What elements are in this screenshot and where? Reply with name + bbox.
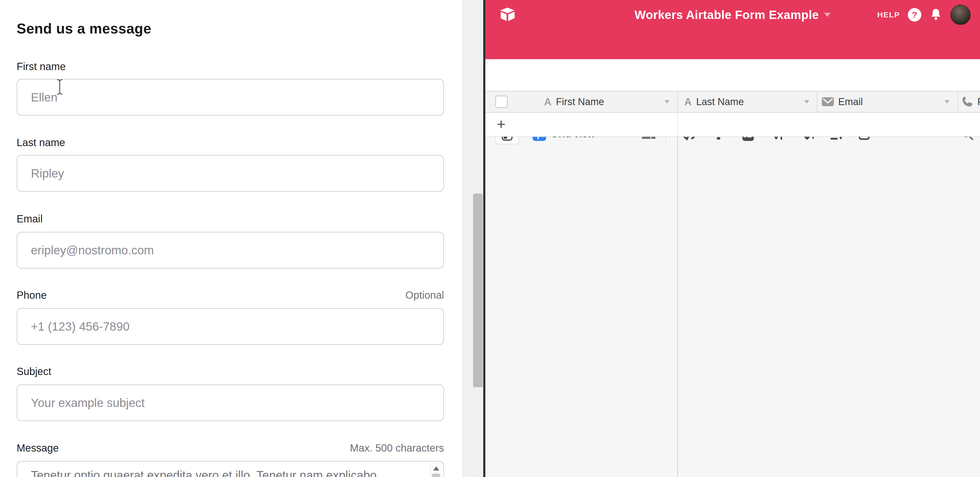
first-name-input[interactable]: Ellen bbox=[17, 79, 444, 116]
select-all-checkbox[interactable] bbox=[495, 95, 508, 108]
scroll-up-arrow-icon[interactable] bbox=[433, 466, 439, 471]
email-field-type-icon bbox=[822, 97, 834, 107]
notifications-bell-icon[interactable] bbox=[929, 8, 943, 22]
contact-form-pane: Send us a message First name Ellen Last … bbox=[0, 0, 463, 477]
frozen-column-border bbox=[677, 113, 678, 136]
user-avatar[interactable] bbox=[950, 5, 970, 25]
window-divider bbox=[483, 0, 485, 477]
column-border bbox=[817, 91, 817, 113]
email-label: Email bbox=[17, 213, 444, 225]
subject-input[interactable]: Your example subject bbox=[17, 384, 444, 421]
view-toolbar: Grid view bbox=[485, 59, 980, 91]
email-input[interactable]: eripley@nostromo.com bbox=[17, 232, 444, 269]
base-title[interactable]: Workers Airtable Form Example bbox=[635, 8, 819, 22]
phone-placeholder: +1 (123) 456-7890 bbox=[31, 320, 130, 333]
message-textarea[interactable]: Tenetur optio quaerat expedita vero et i… bbox=[17, 461, 444, 477]
subject-placeholder: Your example subject bbox=[31, 396, 145, 410]
add-record-plus-icon[interactable]: + bbox=[497, 113, 506, 135]
message-text: Tenetur optio quaerat expedita vero et i… bbox=[31, 467, 415, 477]
column-chevron-icon[interactable] bbox=[804, 100, 810, 103]
message-max-hint: Max. 500 characters bbox=[17, 442, 444, 454]
airtable-pane: Workers Airtable Form Example HELP ? For… bbox=[485, 0, 980, 477]
first-name-label: First name bbox=[17, 61, 444, 73]
phone-optional-hint: Optional bbox=[17, 289, 444, 301]
airtable-tabbar: Form Submissions SHARE bbox=[485, 30, 980, 59]
column-header-last-name[interactable]: A Last Name bbox=[684, 91, 744, 112]
column-header-phone[interactable]: Phone bbox=[962, 91, 980, 112]
subject-label: Subject bbox=[17, 366, 444, 377]
help-button[interactable]: HELP bbox=[877, 10, 900, 19]
column-chevron-icon[interactable] bbox=[944, 100, 950, 103]
last-name-input[interactable]: Ripley bbox=[17, 155, 444, 192]
last-name-label: Last name bbox=[17, 137, 444, 149]
frozen-column-divider bbox=[677, 137, 678, 477]
first-name-placeholder: Ellen bbox=[31, 90, 57, 104]
column-header-first-name[interactable]: A First Name bbox=[544, 91, 604, 112]
airtable-topbar: Workers Airtable Form Example HELP ? bbox=[485, 0, 980, 30]
email-placeholder: eripley@nostromo.com bbox=[31, 243, 154, 257]
phone-field-type-icon bbox=[962, 96, 973, 108]
form-heading: Send us a message bbox=[17, 20, 151, 37]
message-scrollbar-thumb[interactable] bbox=[432, 474, 440, 477]
form-pane-scrollbar-thumb[interactable] bbox=[473, 193, 483, 387]
last-name-placeholder: Ripley bbox=[31, 166, 64, 181]
phone-input[interactable]: +1 (123) 456-7890 bbox=[17, 308, 444, 345]
column-border bbox=[958, 91, 958, 113]
airtable-logo-icon[interactable] bbox=[499, 6, 516, 23]
chevron-down-icon bbox=[824, 13, 831, 17]
text-cursor-icon bbox=[56, 79, 64, 95]
help-question-icon[interactable]: ? bbox=[908, 8, 921, 22]
column-header-email[interactable]: Email bbox=[822, 91, 863, 112]
text-field-type-icon: A bbox=[684, 96, 692, 108]
column-border bbox=[677, 91, 678, 113]
column-chevron-icon[interactable] bbox=[665, 100, 670, 103]
add-record-row[interactable]: + bbox=[485, 113, 980, 137]
message-scrollbar[interactable] bbox=[430, 463, 442, 477]
text-field-type-icon: A bbox=[544, 96, 552, 108]
